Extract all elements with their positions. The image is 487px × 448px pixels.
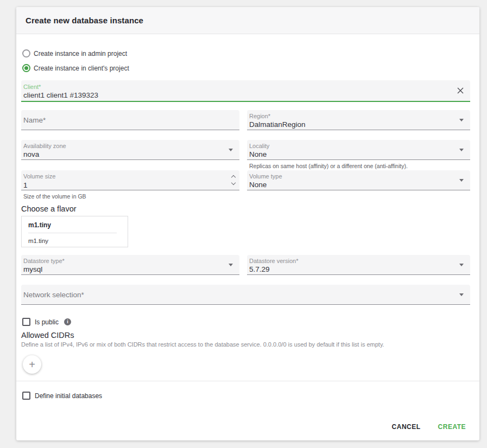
create-button[interactable]: CREATE bbox=[437, 421, 467, 433]
locality-select[interactable]: Locality None bbox=[247, 140, 470, 160]
name-input[interactable] bbox=[23, 116, 225, 124]
section-divider bbox=[16, 381, 479, 381]
stepper-up-icon[interactable] bbox=[231, 175, 236, 180]
add-cidr-button[interactable]: + bbox=[23, 355, 41, 374]
define-initial-databases-label: Define initial databases bbox=[35, 392, 102, 400]
is-public-label: Is public bbox=[35, 318, 59, 326]
radio-client-project-label: Create instance in client's project bbox=[34, 65, 129, 72]
locality-value: None bbox=[249, 150, 456, 159]
create-database-instance-dialog: Create new database instance Create inst… bbox=[16, 7, 479, 440]
info-icon[interactable]: i bbox=[64, 318, 71, 325]
radio-client-project[interactable]: Create instance in client's project bbox=[22, 64, 470, 72]
chevron-down-icon bbox=[459, 293, 464, 296]
region-select[interactable]: Region* DalmatianRegion bbox=[247, 110, 470, 130]
datastore-type-label: Datastore type* bbox=[23, 258, 225, 265]
is-public-checkbox[interactable] bbox=[22, 318, 30, 326]
define-initial-databases-checkbox[interactable] bbox=[22, 392, 30, 400]
locality-helper-text: Replicas on same host (affinity) or a di… bbox=[249, 163, 470, 169]
allowed-cidrs-description: Define a list of IPv4, IPv6 or mix of bo… bbox=[21, 341, 470, 348]
cancel-button[interactable]: CANCEL bbox=[391, 421, 422, 433]
chevron-down-icon bbox=[229, 149, 233, 151]
chevron-down-icon bbox=[459, 179, 464, 182]
initial-databases-row: Define initial databases bbox=[22, 392, 470, 400]
close-icon bbox=[457, 87, 464, 94]
radio-admin-project-label: Create instance in admin project bbox=[34, 50, 127, 57]
volume-type-value: None bbox=[249, 180, 456, 189]
radio-admin-project[interactable]: Create instance in admin project bbox=[22, 49, 470, 57]
network-selection-select[interactable]: Network selection* bbox=[21, 285, 470, 305]
radio-selected-icon bbox=[22, 64, 30, 72]
stepper-down-icon[interactable] bbox=[231, 181, 236, 185]
volume-size-label: Volume size bbox=[23, 173, 225, 180]
locality-label: Locality bbox=[249, 143, 456, 150]
datastore-version-label: Datastore version* bbox=[249, 258, 456, 265]
dialog-header: Create new database instance bbox=[16, 7, 479, 34]
number-stepper bbox=[232, 176, 235, 184]
clear-client-button[interactable] bbox=[456, 86, 465, 95]
name-field[interactable] bbox=[21, 110, 239, 130]
availability-zone-label: Availability zone bbox=[23, 143, 225, 150]
chevron-down-icon bbox=[459, 119, 464, 121]
client-field[interactable]: Client* client1 client1 #139323 bbox=[21, 80, 470, 102]
volume-type-label: Volume type bbox=[249, 173, 456, 180]
availability-zone-select[interactable]: Availability zone nova bbox=[21, 140, 239, 160]
client-field-label: Client* bbox=[23, 84, 451, 91]
volume-size-field[interactable]: Volume size bbox=[21, 170, 239, 190]
region-label: Region* bbox=[249, 113, 456, 120]
availability-zone-value: nova bbox=[23, 150, 225, 159]
dialog-title: Create new database instance bbox=[26, 16, 143, 25]
volume-type-select[interactable]: Volume type None bbox=[247, 170, 470, 190]
datastore-version-value: 5.7.29 bbox=[249, 265, 456, 274]
flavor-listbox: m1.tiny m1.tiny bbox=[21, 216, 128, 247]
radio-unselected-icon bbox=[22, 49, 30, 57]
flavor-group-label: m1.tiny bbox=[22, 216, 128, 233]
region-value: DalmatianRegion bbox=[249, 120, 456, 129]
chevron-down-icon bbox=[459, 264, 464, 266]
project-choice-group: Create instance in admin project Create … bbox=[22, 49, 470, 72]
client-field-value: client1 client1 #139323 bbox=[23, 91, 451, 100]
datastore-type-value: mysql bbox=[23, 265, 225, 274]
datastore-type-select[interactable]: Datastore type* mysql bbox=[21, 255, 239, 275]
is-public-row: Is public i bbox=[22, 318, 470, 326]
chevron-down-icon bbox=[229, 264, 233, 266]
dialog-footer: CANCEL CREATE bbox=[16, 421, 479, 440]
flavor-option-m1-tiny[interactable]: m1.tiny bbox=[22, 233, 128, 248]
plus-icon: + bbox=[29, 359, 35, 371]
network-selection-placeholder: Network selection* bbox=[23, 291, 84, 299]
choose-flavor-heading: Choose a flavor bbox=[21, 204, 470, 213]
dialog-body: Create instance in admin project Create … bbox=[16, 34, 479, 421]
datastore-version-select[interactable]: Datastore version* 5.7.29 bbox=[247, 255, 470, 275]
allowed-cidrs-heading: Allowed CIDRs bbox=[21, 331, 470, 340]
volume-size-input[interactable] bbox=[23, 181, 225, 189]
chevron-down-icon bbox=[459, 149, 464, 151]
volume-size-helper-text: Size of the volume in GB bbox=[23, 193, 239, 200]
